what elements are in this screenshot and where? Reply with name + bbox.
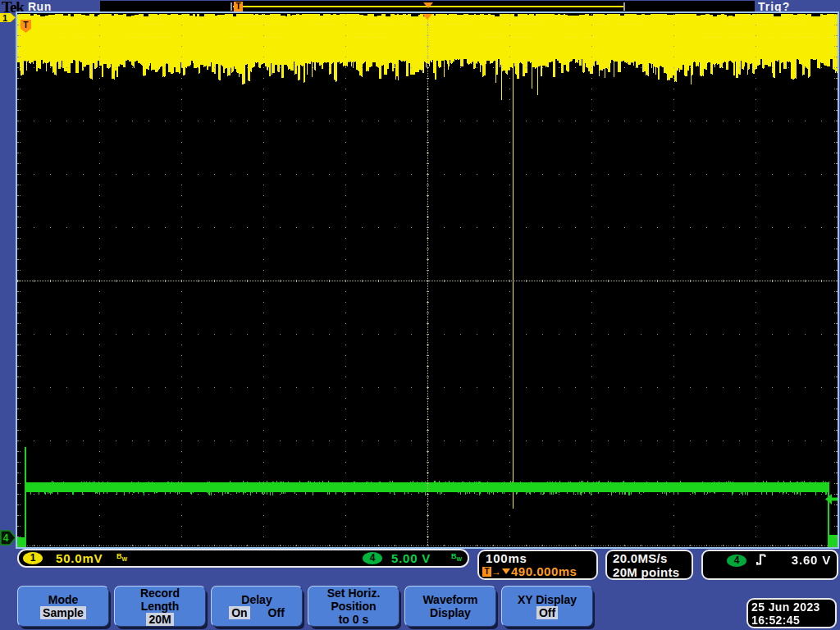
menu-button-mode[interactable]: ModeSample: [17, 586, 109, 627]
menu-label: XY Display: [518, 593, 577, 606]
horizontal-readout-box: 100ms T → 490.000ms: [477, 550, 598, 580]
trigger-source-badge: 4: [727, 555, 746, 567]
menu-button-delay[interactable]: DelayOnOff: [211, 586, 303, 627]
menu-label: Display: [430, 606, 471, 619]
menu-label: Off: [268, 606, 285, 619]
menu-button-line: 20M: [146, 613, 173, 626]
record-view-right-bracket: [623, 2, 625, 11]
menu-value-highlighted: On: [229, 606, 249, 619]
oscilloscope-screen: { "top_bar": { "logo": "Tek", "acquisiti…: [0, 0, 840, 630]
ch4-badge: 4: [363, 552, 382, 564]
trigger-level-readout: 3.60 V: [792, 553, 831, 567]
delay-trigger-icon: T: [482, 567, 491, 577]
menu-button-line: to 0 s: [339, 613, 369, 626]
menu-button-line: Length: [141, 600, 180, 613]
menu-label: Record: [140, 587, 180, 600]
trigger-readout-box: 4 3.60 V: [701, 550, 838, 580]
trigger-position-t-flag-icon[interactable]: T: [21, 20, 31, 33]
ch4-marker-flag-icon[interactable]: 4: [0, 530, 16, 546]
menu-label: Length: [141, 600, 180, 613]
svg-text:1: 1: [2, 13, 7, 22]
date-readout: 25 Jun 2023: [751, 600, 820, 614]
menu-button-set-horiz-position[interactable]: Set Horiz.Positionto 0 s: [308, 586, 399, 627]
menu-value-highlighted: Off: [536, 606, 558, 619]
menu-label: Mode: [48, 593, 79, 606]
menu-button-line: Display: [430, 606, 471, 619]
menu-button-line: XY Display: [518, 593, 577, 606]
menu-button-line: Delay: [241, 593, 272, 606]
menu-button-line: Position: [331, 600, 376, 613]
menu-button-xy-display[interactable]: XY DisplayOff: [501, 586, 593, 627]
menu-value-highlighted: Sample: [40, 606, 86, 619]
menu-label: Delay: [241, 593, 272, 606]
ch1-marker-flag-icon[interactable]: 1: [0, 13, 16, 22]
expansion-point-triangle-icon: [422, 14, 432, 20]
sample-rate-readout: 20.0MS/s: [613, 551, 668, 565]
horizontal-scale-readout: 100ms: [486, 551, 527, 565]
delay-triangle-icon: [502, 568, 510, 574]
menu-button-line: Waveform: [422, 593, 477, 606]
menu-button-waveform-display[interactable]: WaveformDisplay: [404, 586, 496, 627]
trigger-slope-rising-icon: [756, 554, 767, 565]
time-readout: 16:52:45: [751, 614, 800, 627]
datetime-box: 25 Jun 2023 16:52:45: [746, 598, 837, 628]
menu-button-line: Set Horiz.: [327, 587, 381, 600]
ch1-bandwidth-icon: BW: [116, 552, 127, 562]
menu-button-line: Mode: [48, 593, 79, 606]
svg-text:4: 4: [3, 532, 9, 544]
menu-button-line: Off: [536, 606, 558, 619]
menu-button-line: Record: [140, 587, 180, 600]
ch1-scale-readout: 50.0mV: [56, 551, 103, 565]
menu-button-line: Sample: [40, 606, 86, 619]
record-view-bar: T: [100, 1, 755, 11]
menu-label: Waveform: [422, 593, 477, 606]
horizontal-delay-readout: T → 490.000ms: [482, 565, 577, 578]
record-view-trigger-icon: T: [234, 2, 243, 11]
waveform-canvas: [17, 13, 838, 547]
channel-readout-box: 1 50.0mV BW 4 5.00 V BW: [17, 549, 469, 568]
menu-label: Set Horiz.: [327, 587, 381, 600]
menu-button-line: OnOff: [229, 606, 285, 619]
record-view-expansion-triangle-icon: [423, 2, 433, 8]
menu-label: Position: [331, 600, 376, 613]
menu-value-highlighted: 20M: [146, 613, 173, 626]
delay-arrow-icon: →: [491, 567, 501, 577]
menu-label: to 0 s: [339, 613, 369, 626]
trigger-level-arrow-icon[interactable]: [825, 494, 838, 504]
ch4-bandwidth-icon: BW: [451, 552, 462, 562]
delay-value: 490.000ms: [511, 564, 577, 578]
record-view-left-bracket: [231, 2, 232, 11]
menu-button-record-length[interactable]: RecordLength20M: [114, 586, 206, 627]
acquisition-readout-box: 20.0MS/s 20M points: [605, 550, 693, 580]
ch1-badge: 1: [23, 552, 43, 564]
svg-text:T: T: [23, 21, 28, 30]
ch4-scale-readout: 5.00 V: [391, 551, 431, 565]
waveform-display-area: T: [16, 11, 839, 549]
record-points-readout: 20M points: [613, 565, 679, 579]
